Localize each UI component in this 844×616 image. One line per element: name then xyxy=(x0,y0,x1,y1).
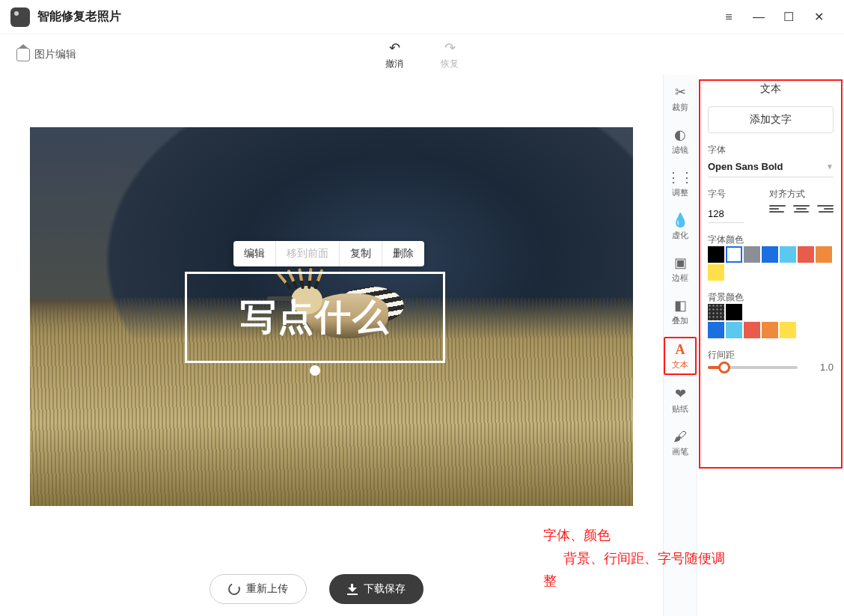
undo-label: 撤消 xyxy=(385,58,403,70)
reupload-button[interactable]: 重新上传 xyxy=(210,574,307,604)
minibar-delete[interactable]: 删除 xyxy=(382,241,424,266)
download-button[interactable]: 下载保存 xyxy=(329,574,423,604)
tool-border[interactable]: ▣边框 xyxy=(664,251,697,287)
font-color-swatch[interactable] xyxy=(708,246,724,263)
align-right-button[interactable] xyxy=(817,205,834,219)
font-color-label: 字体颜色 xyxy=(708,234,834,246)
image-canvas[interactable]: 编辑 移到前面 复制 删除 写点什么 xyxy=(30,127,633,506)
adjust-icon: ⋮⋮ xyxy=(672,169,688,186)
font-select[interactable]: Open Sans Bold ▼ xyxy=(708,156,834,177)
font-color-swatches xyxy=(708,246,834,281)
blur-icon: 💧 xyxy=(672,212,688,228)
home-icon xyxy=(16,48,30,61)
filter-icon: ◐ xyxy=(672,126,688,143)
undo-button[interactable]: ↶ 撤消 xyxy=(385,40,403,70)
font-color-swatch[interactable] xyxy=(726,246,742,263)
bg-color-swatch[interactable] xyxy=(726,304,742,320)
redo-icon: ↷ xyxy=(444,40,456,56)
add-text-button[interactable]: 添加文字 xyxy=(708,106,834,133)
crop-icon: ✂ xyxy=(672,84,688,100)
line-spacing-value: 1.0 xyxy=(805,362,834,373)
font-label: 字体 xyxy=(708,144,834,156)
tool-overlay[interactable]: ◧叠加 xyxy=(664,294,697,329)
tool-brush[interactable]: 🖌画笔 xyxy=(664,425,697,460)
brush-icon: 🖌 xyxy=(672,428,688,445)
rotate-handle[interactable] xyxy=(310,365,320,376)
line-spacing-label: 行间距 xyxy=(708,349,834,362)
bg-color-swatch[interactable] xyxy=(708,304,724,320)
font-color-swatch[interactable] xyxy=(708,264,724,281)
line-spacing-slider[interactable] xyxy=(708,366,798,369)
overlay-icon: ◧ xyxy=(672,297,688,314)
app-icon xyxy=(10,7,30,27)
tool-adjust[interactable]: ⋮⋮调整 xyxy=(664,166,697,201)
text-edit-minibar: 编辑 移到前面 复制 删除 xyxy=(233,241,424,266)
photo-edit-label: 图片编辑 xyxy=(34,48,76,61)
download-label: 下载保存 xyxy=(364,582,406,596)
title-bar: 智能修复老照片 ≡ ― ☐ ✕ xyxy=(0,0,844,34)
font-color-swatch[interactable] xyxy=(780,246,796,263)
download-icon xyxy=(347,584,358,594)
align-left-button[interactable] xyxy=(769,205,786,219)
minibar-bring-front[interactable]: 移到前面 xyxy=(276,241,339,266)
redo-label: 恢复 xyxy=(441,58,459,70)
panel-title: 文本 xyxy=(708,82,834,96)
bg-color-swatch[interactable] xyxy=(708,322,724,338)
bg-color-swatches xyxy=(708,304,834,338)
reupload-label: 重新上传 xyxy=(246,582,288,596)
font-color-swatch[interactable] xyxy=(762,246,778,263)
app-title: 智能修复老照片 xyxy=(37,9,121,25)
menu-icon[interactable]: ≡ xyxy=(714,0,744,34)
tool-blur[interactable]: 💧虚化 xyxy=(664,209,697,244)
redo-button[interactable]: ↷ 恢复 xyxy=(441,40,459,70)
photo-edit-button[interactable]: 图片编辑 xyxy=(16,48,76,61)
bg-color-swatch[interactable] xyxy=(780,322,796,338)
bottom-actions: 重新上传 下载保存 xyxy=(0,574,633,604)
border-icon: ▣ xyxy=(672,254,688,271)
tool-filter[interactable]: ◐滤镜 xyxy=(664,123,697,159)
font-color-swatch[interactable] xyxy=(798,246,814,263)
minibar-edit[interactable]: 编辑 xyxy=(233,241,275,266)
minibar-copy[interactable]: 复制 xyxy=(340,241,382,266)
size-label: 字号 xyxy=(708,188,754,201)
font-value: Open Sans Bold xyxy=(708,161,783,172)
bg-color-swatch[interactable] xyxy=(726,322,742,338)
slider-thumb[interactable] xyxy=(718,362,730,373)
annotation-text: 字体、颜色 背景、行间距、字号随便调 整 xyxy=(543,524,725,593)
minimize-button[interactable]: ― xyxy=(744,0,774,34)
text-icon: A xyxy=(672,341,688,358)
undo-icon: ↶ xyxy=(389,40,400,56)
bg-color-label: 背景颜色 xyxy=(708,291,834,304)
maximize-button[interactable]: ☐ xyxy=(774,0,804,34)
align-label: 对齐方式 xyxy=(769,188,834,201)
reload-icon xyxy=(227,582,242,597)
font-color-swatch[interactable] xyxy=(816,246,832,263)
close-button[interactable]: ✕ xyxy=(804,0,834,34)
align-center-button[interactable] xyxy=(793,205,810,219)
canvas-text[interactable]: 写点什么 xyxy=(187,274,443,361)
bg-color-swatch[interactable] xyxy=(744,322,760,338)
tool-crop[interactable]: ✂裁剪 xyxy=(664,81,697,116)
size-input[interactable] xyxy=(708,205,744,223)
tool-sticker[interactable]: ❤贴纸 xyxy=(664,382,697,418)
text-selection-box[interactable]: 写点什么 xyxy=(185,272,445,363)
bg-color-swatch[interactable] xyxy=(762,322,778,338)
toolbar: 图片编辑 ↶ 撤消 ↷ 恢复 xyxy=(0,34,844,75)
chevron-down-icon: ▼ xyxy=(826,162,834,171)
tool-text[interactable]: A文本 xyxy=(664,337,697,375)
sticker-icon: ❤ xyxy=(672,385,688,402)
font-color-swatch[interactable] xyxy=(744,246,760,263)
